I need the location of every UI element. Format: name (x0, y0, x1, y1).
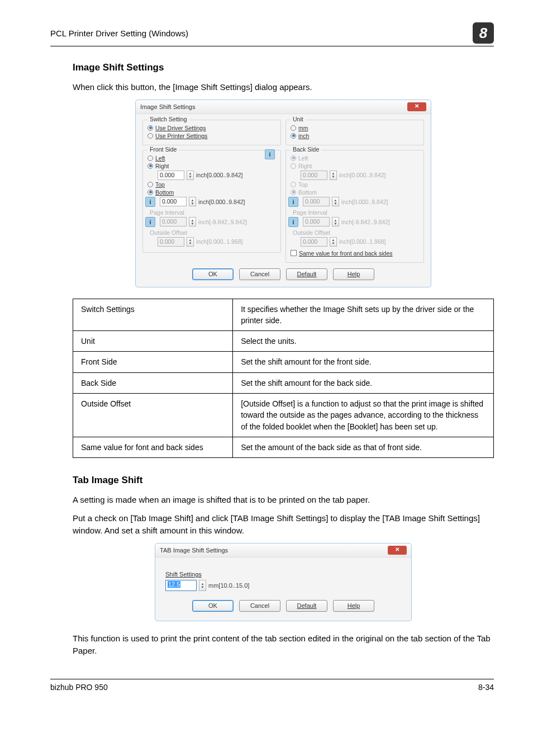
front-right-label: Right (155, 163, 169, 169)
front-range-2: inch[0.000..9.842] (198, 199, 245, 205)
use-driver-label: Use Driver Settings (155, 125, 206, 131)
back-page-interval-range: inch[-9.842..9.842] (341, 219, 390, 225)
shift-range: mm[10.0..15.0] (208, 582, 249, 589)
page-footer: bizhub PRO 950 8-34 (50, 679, 494, 692)
front-top-radio[interactable]: Top (147, 181, 276, 188)
radio-unchecked-icon (291, 182, 296, 187)
front-top-label: Top (155, 181, 165, 188)
front-bottom-radio[interactable]: Bottom (147, 189, 276, 196)
spinner-arrows-icon[interactable]: ▲▼ (189, 197, 196, 206)
tab-shift-p1: A setting is made when an image is shift… (73, 494, 494, 507)
table-row: Back SideSet the shift amount for the ba… (73, 372, 494, 393)
unit-inch-radio[interactable]: inch (291, 133, 419, 139)
checkbox-icon (291, 250, 297, 256)
spec-desc: Set the shift amount for the front side. (233, 352, 494, 372)
unit-mm-label: mm (298, 125, 308, 131)
radio-checked-icon (291, 155, 296, 161)
switch-setting-group: Switch Setting Use Driver Settings Use P… (142, 120, 281, 145)
spec-desc: Set the shift amount for the back side. (233, 372, 494, 393)
info-icon[interactable]: i (288, 217, 298, 227)
back-left-label: Left (298, 155, 308, 162)
spec-label: Back Side (73, 372, 233, 393)
default-button[interactable]: Default (286, 600, 327, 612)
front-side-legend: Front Side (147, 146, 179, 153)
spinner-arrows-icon: ▲▼ (330, 171, 337, 180)
tab-shift-p2: Put a check on [Tab Image Shift] and cli… (73, 512, 494, 537)
spinner-arrows-icon: ▲▼ (332, 217, 339, 226)
front-outside-offset-label: Outside Offset (150, 229, 276, 236)
spinner-arrows-icon[interactable]: ▲▼ (187, 171, 194, 180)
front-left-radio[interactable]: Left (147, 155, 276, 162)
cancel-button[interactable]: Cancel (239, 600, 280, 612)
section-heading-tab-image-shift: Tab Image Shift (73, 475, 494, 486)
front-value-4: 0.000 (158, 237, 184, 247)
use-printer-radio[interactable]: Use Printer Settings (147, 133, 276, 139)
shift-value-input[interactable]: 12.5 (165, 580, 197, 591)
dialog-title: Image Shift Settings (140, 103, 195, 110)
back-right-label: Right (298, 163, 312, 169)
back-range-2: inch[0.000..9.842] (341, 199, 388, 205)
switch-setting-legend: Switch Setting (147, 116, 189, 122)
spec-desc: [Outside Offset] is a function to adjust… (233, 393, 494, 437)
table-row: Same value for font and back sidesSet th… (73, 437, 494, 457)
radio-unchecked-icon (147, 133, 153, 139)
spec-table: Switch SettingsIt specifies whether the … (73, 299, 494, 459)
help-button[interactable]: Help (333, 268, 374, 280)
spec-desc: Set the amount of the back side as that … (233, 437, 494, 457)
back-value-4: 0.000 (301, 237, 327, 247)
info-icon[interactable]: i (288, 197, 298, 207)
unit-mm-radio[interactable]: mm (291, 125, 419, 131)
unit-inch-label: inch (298, 133, 309, 139)
front-right-radio[interactable]: Right (147, 163, 276, 169)
cancel-button[interactable]: Cancel (239, 268, 280, 280)
back-top-label: Top (298, 181, 308, 188)
front-value-1[interactable]: 0.000 (158, 171, 184, 180)
dialog-title: TAB Image Shift Settings (160, 547, 228, 554)
use-printer-label: Use Printer Settings (155, 133, 207, 139)
close-icon[interactable]: ✕ (407, 102, 426, 111)
help-button[interactable]: Help (333, 600, 374, 612)
spec-desc: It specifies whether the Image Shift set… (233, 299, 494, 331)
default-button[interactable]: Default (286, 268, 327, 280)
back-bottom-label: Bottom (298, 189, 317, 196)
dialog-titlebar: Image Shift Settings ✕ (136, 100, 431, 114)
radio-checked-icon (291, 133, 296, 139)
shift-settings-label: Shift Settings (165, 571, 401, 578)
spinner-arrows-icon[interactable]: ▲▼ (199, 580, 206, 591)
radio-checked-icon (147, 125, 153, 131)
section-heading-image-shift: Image Shift Settings (73, 62, 494, 73)
close-icon[interactable]: ✕ (388, 546, 407, 555)
spinner-arrows-icon: ▲▼ (187, 237, 194, 247)
front-value-2[interactable]: 0.000 (160, 197, 187, 206)
info-icon[interactable]: i (145, 197, 155, 207)
spec-label: Unit (73, 331, 233, 352)
front-page-interval-label: Page Interval (150, 209, 276, 216)
front-left-label: Left (155, 155, 165, 162)
radio-unchecked-icon (147, 155, 153, 161)
spec-desc: Select the units. (233, 331, 494, 352)
unit-group: Unit mm inch (285, 120, 424, 145)
table-row: UnitSelect the units. (73, 331, 494, 352)
spec-label: Switch Settings (73, 299, 233, 331)
chapter-number-badge: 8 (473, 22, 494, 44)
front-bottom-label: Bottom (155, 189, 174, 196)
tab-image-shift-dialog: TAB Image Shift Settings ✕ Shift Setting… (155, 543, 412, 621)
radio-checked-icon (291, 190, 296, 195)
front-page-interval-range: inch[-9.842..9.842] (198, 219, 247, 225)
unit-legend: Unit (291, 116, 306, 122)
info-icon[interactable]: i (265, 149, 275, 159)
ok-button[interactable]: OK (192, 268, 234, 280)
back-bottom-radio: Bottom (291, 189, 419, 196)
spinner-arrows-icon: ▲▼ (332, 197, 339, 206)
ok-button[interactable]: OK (192, 600, 234, 612)
same-value-checkbox[interactable]: Same value for front and back sides (291, 250, 419, 257)
footer-left: bizhub PRO 950 (50, 683, 108, 692)
radio-unchecked-icon (291, 163, 296, 169)
dialog-titlebar: TAB Image Shift Settings ✕ (155, 544, 411, 557)
radio-unchecked-icon (291, 125, 296, 131)
image-shift-intro: When click this button, the [Image Shift… (73, 81, 494, 94)
spec-label: Outside Offset (73, 393, 233, 437)
use-driver-radio[interactable]: Use Driver Settings (147, 125, 276, 131)
info-icon[interactable]: i (145, 217, 155, 227)
table-row: Switch SettingsIt specifies whether the … (73, 299, 494, 331)
